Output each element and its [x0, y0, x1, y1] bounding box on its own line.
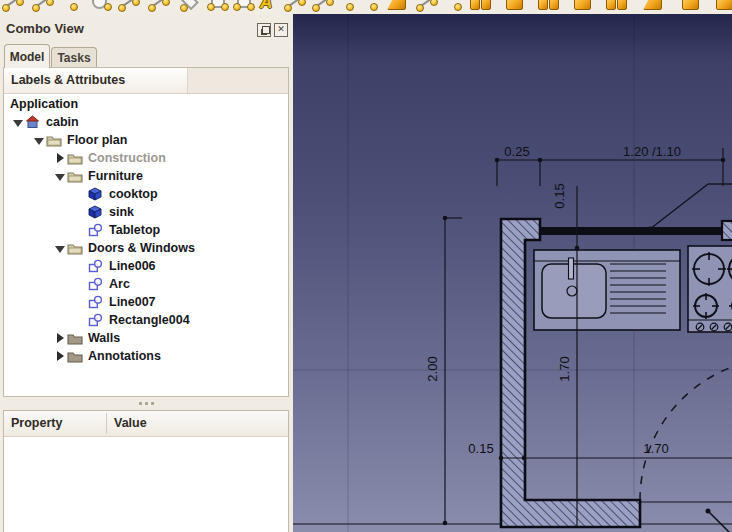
tree-item-label: Line007	[109, 295, 156, 309]
tree-item-sink[interactable]: sink	[4, 203, 288, 221]
toolbar-points-icon[interactable]	[312, 0, 338, 14]
tree-item-label: sink	[109, 205, 134, 219]
expand-arrow-icon[interactable]	[54, 152, 67, 165]
toolbar-solid-icon[interactable]	[502, 0, 528, 14]
tree-item-label: Line006	[109, 259, 156, 273]
toolbar-rect-icon[interactable]	[206, 0, 232, 14]
dimension-label: 1.70	[557, 356, 572, 381]
panel-splitter[interactable]	[3, 397, 289, 410]
folder-open-icon	[46, 133, 63, 147]
tree-item-arc[interactable]: Arc	[4, 275, 288, 293]
tree-item-tabletop[interactable]: Tabletop	[4, 221, 288, 239]
tree-item-cooktop[interactable]: cooktop	[4, 185, 288, 203]
folder-open-icon	[67, 151, 84, 165]
folder-open-icon	[67, 241, 84, 255]
arrow-spacer	[75, 314, 88, 327]
tree-item-label: Tabletop	[109, 223, 160, 237]
tree-item-label: Furniture	[88, 169, 143, 183]
collapse-arrow-icon[interactable]	[54, 170, 67, 183]
sink-unit	[534, 250, 680, 330]
toolbar-wedge-icon[interactable]	[640, 0, 666, 14]
value-column-header: Value	[114, 416, 147, 430]
model-tree-box: Labels & Attributes ApplicationcabinFloo…	[3, 67, 289, 397]
toolbar-dot-icon[interactable]	[62, 0, 88, 14]
collapse-arrow-icon[interactable]	[33, 134, 46, 147]
toolbar-points-icon[interactable]	[2, 0, 28, 14]
toolbar-poly-icon[interactable]	[178, 0, 204, 14]
tree-item-line007[interactable]: Line007	[4, 293, 288, 311]
window-sill	[540, 227, 722, 235]
dimension-lines	[445, 148, 732, 527]
toolbar-points-icon[interactable]	[416, 0, 442, 14]
3d-viewport[interactable]: 0.251.20 /1.100.152.001.700.151.70	[293, 14, 732, 532]
toolbar-pair-icon[interactable]	[604, 0, 630, 14]
tree-item-label: Annotations	[88, 349, 161, 363]
tab-tasks[interactable]: Tasks	[51, 47, 97, 68]
dimension-label: 1.70	[643, 441, 668, 456]
dimension-label: 2.00	[425, 356, 440, 381]
cooktop-unit	[688, 246, 732, 332]
toolbar-pair-icon[interactable]	[468, 0, 494, 14]
sketch-icon	[88, 277, 105, 291]
top-toolbar: A	[0, 0, 732, 14]
property-header: Property Value	[4, 411, 288, 437]
tree-item-label: cabin	[46, 115, 79, 129]
arrow-spacer	[75, 278, 88, 291]
panel-title: Combo View	[6, 21, 84, 36]
toolbar-points-icon[interactable]	[284, 0, 310, 14]
arrow-spacer	[75, 188, 88, 201]
toolbar-points-icon[interactable]	[118, 0, 144, 14]
tree-item-construction[interactable]: Construction	[4, 149, 288, 167]
toolbar-dot-icon[interactable]	[338, 0, 364, 14]
dimension-label: 0.15	[552, 183, 567, 208]
leader-line	[706, 509, 732, 532]
dimension-label: 0.15	[468, 441, 493, 456]
tree-item-label: Construction	[88, 151, 166, 165]
floor-plan-drawing: 0.251.20 /1.100.152.001.700.151.70	[293, 14, 732, 532]
collapse-arrow-icon[interactable]	[54, 242, 67, 255]
property-editor: Property Value	[3, 410, 289, 532]
expand-arrow-icon[interactable]	[54, 332, 67, 345]
toolbar-points-icon[interactable]	[32, 0, 58, 14]
tree-item-label: Doors & Windows	[88, 241, 195, 255]
tab-model[interactable]: Model	[4, 44, 50, 68]
door-swing-arc	[640, 367, 732, 500]
tree-item-label: Rectangle004	[109, 313, 190, 327]
tree-item-label: Floor plan	[67, 133, 127, 147]
tree-item-cabin[interactable]: cabin	[4, 113, 288, 131]
model-tree: ApplicationcabinFloor planConstructionFu…	[4, 95, 288, 396]
tree-item-annotations[interactable]: Annotations	[4, 347, 288, 365]
tree-item-doors-windows[interactable]: Doors & Windows	[4, 239, 288, 257]
sketch-icon	[88, 313, 105, 327]
toolbar-solid-icon[interactable]	[570, 0, 596, 14]
arrow-spacer	[75, 224, 88, 237]
toolbar-textA-icon[interactable]: A	[254, 0, 280, 14]
float-panel-icon[interactable]	[257, 23, 271, 37]
arrow-spacer	[75, 296, 88, 309]
folder-open-icon	[67, 169, 84, 183]
combo-view-panel: Combo View ✕ Model Tasks Labels & Attrib…	[0, 14, 293, 532]
toolbar-points-icon[interactable]	[148, 0, 174, 14]
tree-item-label: cooktop	[109, 187, 158, 201]
tree-item-furniture[interactable]: Furniture	[4, 167, 288, 185]
tree-item-walls[interactable]: Walls	[4, 329, 288, 347]
close-panel-icon[interactable]: ✕	[274, 23, 288, 37]
toolbar-circle-icon[interactable]	[88, 0, 114, 14]
collapse-arrow-icon[interactable]	[12, 116, 25, 129]
tree-item-line006[interactable]: Line006	[4, 257, 288, 275]
toolbar-pair-icon[interactable]	[536, 0, 562, 14]
expand-arrow-icon[interactable]	[54, 350, 67, 363]
tree-item-floor-plan[interactable]: Floor plan	[4, 131, 288, 149]
column-divider[interactable]	[106, 413, 107, 434]
toolbar-solid-icon[interactable]	[678, 0, 704, 14]
cube-icon	[88, 187, 105, 201]
sketch-icon	[88, 223, 105, 237]
tree-item-application[interactable]: Application	[4, 95, 288, 113]
tree-item-rectangle004[interactable]: Rectangle004	[4, 311, 288, 329]
sketch-icon	[88, 295, 105, 309]
dimension-dots	[443, 158, 726, 526]
tree-item-label: Walls	[88, 331, 120, 345]
tree-item-label: Application	[10, 97, 78, 111]
toolbar-solid-icon[interactable]	[712, 0, 732, 14]
toolbar-wedge-icon[interactable]	[384, 0, 410, 14]
